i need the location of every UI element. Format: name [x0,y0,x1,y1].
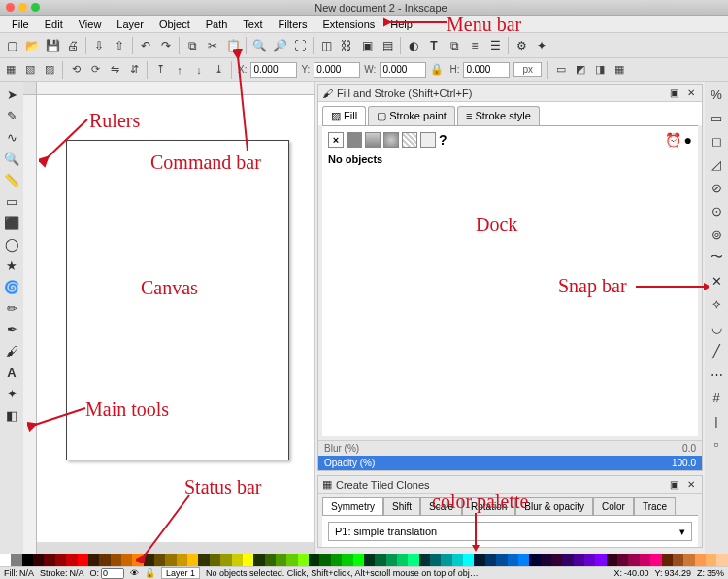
node-tool[interactable]: ✎ [1,105,22,126]
lock-icon[interactable]: 🔒 [428,61,446,79]
unlink-button[interactable]: ⛓ [337,36,356,55]
blob-icon[interactable]: ● [684,132,692,148]
export-button[interactable]: ⇧ [110,36,129,55]
palette-swatch[interactable] [541,554,551,566]
snap-line-button[interactable]: ╱ [706,340,727,361]
xml-button[interactable]: ⧉ [445,36,464,55]
box3d-tool[interactable]: ⬛ [1,212,22,233]
eye-icon[interactable]: 👁 [130,568,139,578]
menu-object[interactable]: Object [151,17,198,32]
layers-button[interactable]: ☰ [485,36,505,55]
spray-tool[interactable]: ✦ [1,383,22,404]
z-value-s[interactable]: 35% [707,568,724,578]
palette-swatch[interactable] [452,554,463,566]
snap-guide-button[interactable]: | [706,410,727,431]
palette-swatch[interactable] [210,554,220,566]
raise-button[interactable]: ↑ [171,61,188,79]
palette-swatch[interactable] [595,554,606,566]
palette-swatch[interactable] [286,554,297,566]
palette-swatch[interactable] [562,554,573,566]
snap-midpoint-button[interactable]: ⊘ [706,177,727,198]
bezier-tool[interactable]: ✒ [1,319,22,340]
palette-swatch[interactable] [650,554,661,566]
palette-swatch[interactable] [232,554,243,566]
palette-swatch[interactable] [695,554,706,566]
clone-tab-symmetry[interactable]: Symmetry [322,497,383,515]
palette-swatch[interactable] [551,554,562,566]
palette-swatch[interactable] [33,554,44,566]
cut-button[interactable]: ✂ [203,36,222,55]
redo-button[interactable]: ↷ [156,36,176,55]
snap-intersect-button[interactable]: ✕ [706,270,727,291]
clone-button[interactable]: ◫ [316,36,336,55]
palette-swatch[interactable] [617,554,628,566]
palette-swatch[interactable] [99,554,110,566]
zoom-page-button[interactable]: ⛶ [290,36,310,55]
palette-swatch[interactable] [518,554,529,566]
w-input[interactable] [380,62,426,78]
affect-gradient-button[interactable]: ◨ [591,61,609,79]
h-input[interactable] [463,62,510,78]
palette-swatch[interactable] [55,554,66,566]
snap-grid-button[interactable]: # [706,387,727,408]
save-button[interactable]: 💾 [43,36,62,55]
pattern-swatch[interactable] [402,132,417,148]
palette-swatch[interactable] [386,554,397,566]
minimize-panel-icon[interactable]: ▣ [667,86,680,100]
tab-fill[interactable]: ▨ Fill [322,106,366,125]
select-layers-button[interactable]: ▧ [21,61,39,79]
affect-pattern-button[interactable]: ▦ [611,61,628,79]
swatch-swatch[interactable] [420,132,436,148]
doc-props-button[interactable]: ⚙ [512,36,531,55]
palette-swatch[interactable] [276,554,286,566]
y-input[interactable] [314,62,360,78]
palette-swatch[interactable] [485,554,496,566]
palette-swatch[interactable] [88,554,99,566]
snap-smooth-button[interactable]: ◡ [706,317,727,338]
palette-swatch[interactable] [574,554,584,566]
palette-swatch[interactable] [508,554,518,566]
snap-bbox-button[interactable]: ▭ [706,107,727,128]
palette-swatch[interactable] [419,554,430,566]
palette-swatch[interactable] [342,554,352,566]
palette-swatch[interactable] [441,554,451,566]
palette-swatch[interactable] [265,554,276,566]
star-tool[interactable]: ★ [1,255,22,276]
lgrad-swatch[interactable] [365,132,381,148]
palette-swatch[interactable] [353,554,364,566]
menu-path[interactable]: Path [198,17,236,32]
calligraphy-tool[interactable]: 🖌 [1,340,22,361]
palette-swatch[interactable] [662,554,673,566]
palette-swatch[interactable] [198,554,209,566]
close-panel-icon[interactable]: ✕ [684,86,698,100]
flat-swatch[interactable] [347,132,362,148]
palette-swatch[interactable] [640,554,650,566]
flip-v-button[interactable]: ⇵ [125,61,143,79]
palette-swatch[interactable] [683,554,694,566]
palette-swatch[interactable] [298,554,309,566]
new-doc-button[interactable]: ▢ [2,36,21,55]
close-window-button[interactable] [6,3,15,12]
palette-swatch[interactable] [111,554,121,566]
snap-other-button[interactable]: ⋯ [706,363,727,385]
text-dialog-button[interactable]: T [424,36,444,55]
menu-file[interactable]: File [4,17,37,32]
prefs-button[interactable]: ✦ [532,36,551,55]
no-paint-swatch[interactable]: × [328,132,344,148]
import-button[interactable]: ⇩ [89,36,109,55]
palette-swatch[interactable] [463,554,474,566]
deselect-button[interactable]: ▨ [41,61,58,79]
zoom-draw-button[interactable]: 🔎 [270,36,289,55]
palette-swatch[interactable] [121,554,132,566]
flip-h-button[interactable]: ⇋ [106,61,123,79]
palette-swatch[interactable] [673,554,683,566]
print-button[interactable]: 🖨 [63,36,83,55]
palette-swatch[interactable] [243,554,253,566]
palette-swatch[interactable] [319,554,330,566]
palette-swatch[interactable] [253,554,264,566]
undo-button[interactable]: ↶ [136,36,155,55]
snap-enable-button[interactable]: % [706,84,727,105]
text-tool[interactable]: A [1,361,22,383]
ungroup-button[interactable]: ▤ [378,36,397,55]
align-button[interactable]: ≡ [465,36,484,55]
